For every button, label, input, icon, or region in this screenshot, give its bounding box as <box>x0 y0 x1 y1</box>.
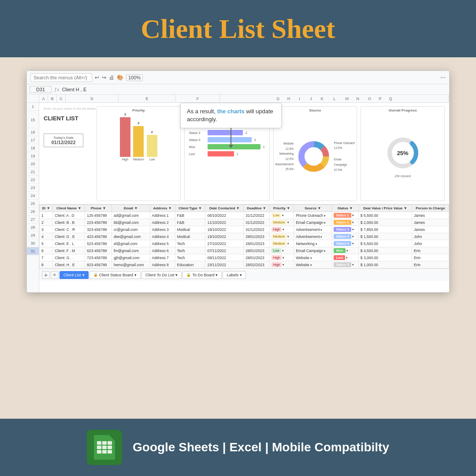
formula-text: Client H , E <box>62 87 446 92</box>
th-value: Deal Value / Price Value ▼ <box>358 205 412 212</box>
row-19: 19 <box>27 152 39 160</box>
callout-arrow <box>231 128 231 145</box>
table-row: 5Client: E . L523-456789el@gmail.comAddr… <box>40 240 449 247</box>
donut-labels-left: Website12.6% Networking12.5% Advertiseme… <box>275 141 294 172</box>
row-21: 21 <box>27 168 39 176</box>
priority-bar-high: 3 High <box>120 112 130 161</box>
th-deadline: Deadline ▼ <box>244 205 270 212</box>
tab-todo-list-label: Client To Do List <box>145 273 174 277</box>
col-f: F <box>176 95 220 102</box>
footer-text: Google Sheets | Excel | Mobile Compatibi… <box>133 440 389 454</box>
progress-container: 25% 2/8 closed <box>385 114 420 199</box>
row-26: 26 <box>27 208 39 216</box>
th-type: Client Type ▼ <box>175 205 205 212</box>
priority-bars: 3 High 3 Medium 2 <box>120 114 157 163</box>
tab-todo-board-arrow: ▾ <box>216 273 218 277</box>
row-28: 28 <box>27 223 39 231</box>
callout-text-before: As a result, <box>187 108 217 115</box>
tab-client-list-arrow: ▾ <box>82 273 85 277</box>
donut-svg <box>296 139 331 174</box>
table-row: 6Client: F . M623-456789fm@gmail.comAddr… <box>40 247 449 254</box>
tab-client-status[interactable]: 🔒 Client Status Board ▾ <box>89 271 141 279</box>
priority-chart-title: Priority <box>132 108 145 112</box>
th-status: Status ▼ <box>332 205 358 212</box>
row-17: 17 <box>27 136 39 144</box>
sheet-menu-button[interactable]: ≡ <box>51 271 59 279</box>
table-header-row: ID ▼ Client Name ▼ Phone ▼ Email ▼ Addre… <box>40 205 449 212</box>
row-numbers: 1 15 16 17 18 19 20 21 22 23 24 25 26 27… <box>27 103 39 292</box>
table-row: 8Client: H . E823-456789hemo@gmail.comAd… <box>40 261 449 268</box>
svg-point-5 <box>306 149 322 164</box>
client-list-title: CLIENT LIST <box>44 115 78 122</box>
more-icon[interactable]: ⋯ <box>440 74 446 81</box>
progress-sub: 2/8 closed <box>394 174 410 178</box>
th-source: Source ▼ <box>294 205 332 212</box>
status-bar-lost: Lost 1 <box>189 151 265 156</box>
lock-icon-1: 🔒 <box>93 273 98 277</box>
row-15-area: 15 <box>27 111 39 128</box>
enter-note: Enter all your notes in the list below <box>44 107 96 111</box>
footer: Google Sheets | Excel | Mobile Compatibi… <box>0 419 476 476</box>
th-email: Email ▼ <box>112 205 150 212</box>
enter-note-row: Enter all your notes in the list below <box>44 104 96 112</box>
priority-chart: Priority 3 High 3 Medium <box>97 106 181 201</box>
formula-bar: D31 ƒx Client H , E <box>27 84 449 95</box>
undo-icon[interactable]: ↩ <box>95 74 99 81</box>
tab-todo-list-arrow: ▾ <box>175 273 178 277</box>
overall-progress-chart: Overall Progress 25% <box>361 106 445 201</box>
col-c: C <box>57 95 66 102</box>
row-30: 30 <box>27 239 39 247</box>
row-20: 20 <box>27 160 39 168</box>
tab-client-list-label: Client List <box>63 273 81 277</box>
table-row: 2Client: B . B223-456789bb@gmail.comAddr… <box>40 219 449 226</box>
progress-circle: 25% <box>385 135 420 171</box>
callout-box: As a result, the charts will update acco… <box>180 103 282 128</box>
date-box: Today's Date 01/12/2022 <box>44 134 83 147</box>
th-contacted: Date Contacted ▼ <box>205 205 244 212</box>
priority-bar-medium: 3 Medium <box>133 121 144 161</box>
tab-todo-board[interactable]: 🔒 To Do Board ▾ <box>182 271 222 279</box>
table-row: 4Client: D . E423-456789dee@gmail.comAdd… <box>40 233 449 240</box>
print-icon[interactable]: 🖨 <box>109 74 114 81</box>
col-d: D <box>66 95 119 102</box>
col-a: A <box>39 95 48 102</box>
tab-client-list[interactable]: Client List ▾ <box>60 271 89 279</box>
overall-progress-title: Overall Progress <box>389 108 417 112</box>
row-23: 23 <box>27 184 39 192</box>
tab-labels[interactable]: Labels ▾ <box>223 271 246 279</box>
row-29: 29 <box>27 231 39 239</box>
data-table-area: ID ▼ Client Name ▼ Phone ▼ Email ▼ Addre… <box>39 204 449 268</box>
search-input[interactable] <box>30 73 92 82</box>
add-sheet-button[interactable]: + <box>42 271 50 279</box>
header: Client List Sheet <box>0 0 476 57</box>
sheets-page-icon <box>94 435 115 460</box>
source-chart: Source Website12.6% Networking12.5% Adve… <box>273 106 357 201</box>
col-b: B <box>48 95 57 102</box>
table-row: 1Client: A . D125-456789ad@gmail.comAddr… <box>40 212 449 219</box>
sheet-content: Enter all your notes in the list below D… <box>39 103 449 292</box>
tab-todo-list[interactable]: Client To Do List ▾ <box>141 271 182 279</box>
body-area: ↩ ↪ 🖨 🎨 100% ⋯ D31 ƒx Client H , E A B C… <box>0 57 476 419</box>
row-25: 25 <box>27 200 39 208</box>
sheet-main: 1 15 16 17 18 19 20 21 22 23 24 25 26 27… <box>27 103 449 292</box>
progress-pct: 25% <box>397 149 409 156</box>
redo-icon[interactable]: ↪ <box>102 74 106 81</box>
zoom-level[interactable]: 100% <box>126 74 143 81</box>
tab-client-status-arrow: ▾ <box>134 273 137 277</box>
col-g-rest: G H I J K L M N O P Q <box>220 95 449 102</box>
spreadsheet: ↩ ↪ 🖨 🎨 100% ⋯ D31 ƒx Client H , E A B C… <box>26 71 450 293</box>
th-id: ID ▼ <box>40 205 53 212</box>
row-22: 22 <box>27 176 39 184</box>
sheet-tabs: + ≡ Client List ▾ 🔒 Client Status Board … <box>39 268 449 281</box>
page-title: Client List Sheet <box>141 13 335 45</box>
paint-icon[interactable]: 🎨 <box>117 74 123 81</box>
source-chart-title: Source <box>309 108 321 112</box>
row-16: 16 <box>27 128 39 136</box>
date-value: 01/12/2022 <box>48 140 79 145</box>
th-person: Person In Charge <box>412 205 449 212</box>
google-sheets-icon <box>87 430 122 465</box>
lock-icon-2: 🔒 <box>186 273 191 277</box>
col-e: E <box>119 95 176 102</box>
column-headers: A B C D E F G H I J K L M N O P Q <box>27 95 449 103</box>
tab-client-status-label: Client Status Board <box>99 273 134 277</box>
